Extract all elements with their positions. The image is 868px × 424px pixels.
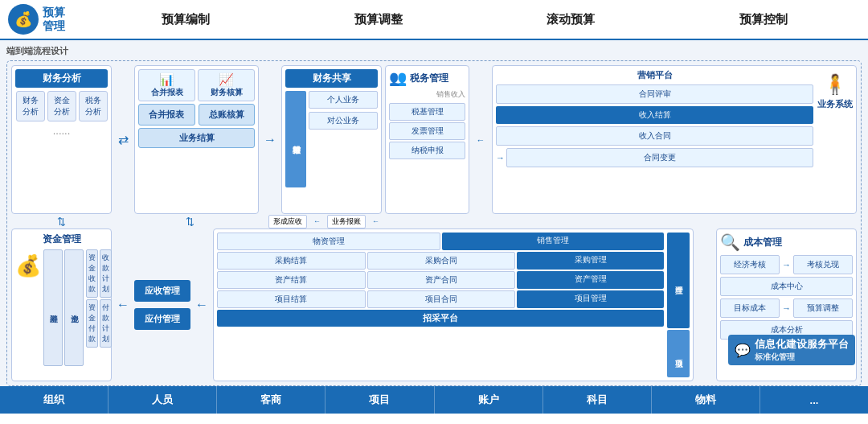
fund-receipt-plan: 收款计划	[100, 249, 112, 298]
fund-title: 资金管理	[15, 233, 108, 246]
fin-item-capital: 资金分析	[47, 91, 76, 121]
cost-row-3: 目标成本 → 预算调整	[720, 298, 853, 318]
mid-labels: 形成应收 ← 业务报账 ←	[268, 215, 857, 228]
upper-row: 财务分析 财务分析 资金分析 税务分析 ...... ⇄ 📊 合并	[11, 65, 857, 214]
purchase-contract: 采购合同	[367, 252, 516, 270]
merge-report-card: 📊 合并报表	[138, 69, 195, 101]
tax-items: 税基管理 发票管理 纳税申报	[389, 103, 465, 159]
tax-base-mgmt: 税基管理	[389, 103, 465, 121]
nav-item-budget-adjust[interactable]: 预算调整	[338, 12, 419, 27]
conn1: ⇅	[11, 216, 112, 228]
nav-item-budget-edit[interactable]: 预算编制	[145, 12, 226, 27]
logo-icon: 💰	[8, 4, 39, 35]
cost-row-1: 经济考核 → 考核兑现	[720, 255, 853, 274]
invoice-mgmt: 发票管理	[389, 122, 465, 140]
budget-adjust-cell: 预算调整	[793, 298, 853, 318]
logo: 💰 预算 管理	[8, 4, 65, 35]
right-upper-area: 营销平台 合同评审 收入结算 收入合同 → 合同变更	[492, 65, 857, 214]
info-platform-main: 信息化建设服务平台	[755, 337, 849, 352]
arrow-business-acc: ←	[313, 217, 321, 225]
marketing-platform-section: 营销平台 合同评审 收入结算 收入合同 → 合同变更	[496, 69, 813, 167]
main-content: 财务分析 财务分析 资金分析 税务分析 ...... ⇄ 📊 合并	[6, 60, 862, 394]
contract-change-row: → 合同变更	[496, 148, 813, 167]
purchase-settlement: 采购结算	[217, 252, 366, 270]
mid-operations-box: 物资管理 销售管理 采购结算 采购合同 采购管理 资产结算 资产合同 资产管理	[213, 228, 694, 381]
financial-sharing-box: 财务共享 财务稽核 个人业务 对公业务	[281, 65, 382, 214]
sharing-corporate: 对公业务	[309, 112, 378, 130]
fund-icon-section: 💰	[15, 249, 41, 366]
tax-title: 税务管理	[410, 72, 448, 85]
row-asset: 资产结算 资产合同 资产管理	[217, 271, 664, 289]
arrow-fin-merge: ⇄	[115, 65, 131, 214]
left-grid: 物资管理 销售管理 采购结算 采购合同 采购管理 资产结算 资产合同 资产管理	[217, 233, 664, 377]
sharing-title: 财务共享	[285, 69, 378, 88]
procurement-platform: 招采平台	[217, 310, 664, 327]
fund-col-financing: 筹融资	[43, 249, 63, 366]
sharing-left-bar: 财务稽核	[285, 91, 306, 187]
business-system-section: 🧍 业务系统	[817, 69, 853, 167]
sharing-items: 个人业务 对公业务	[309, 91, 378, 187]
asset-mgmt: 资产管理	[517, 271, 664, 289]
tax-management-box: 👥 税务管理 销售收入 税基管理 发票管理 纳税申报	[385, 65, 469, 214]
asset-contract: 资产合同	[367, 271, 516, 289]
arrow-midops-cost	[697, 228, 713, 381]
material-mgmt: 物资管理	[217, 233, 440, 250]
tax-icon: 👥	[389, 69, 407, 87]
merge-report-icon: 📊	[159, 72, 174, 87]
cost-grid: 经济考核 → 考核兑现 成本中心 目标成本 → 预算调整	[720, 255, 853, 340]
finance-calc-label: 财务核算	[211, 87, 243, 98]
fin-item-finance: 财务分析	[16, 91, 45, 121]
main-area: 端到端流程设计 财务分析 财务分析 资金分析 税务分析 ......	[0, 40, 868, 386]
production-mgmt-cell: 生产管理	[667, 233, 690, 328]
fund-inner: 💰 筹融资 资金池 资金收款	[15, 249, 108, 366]
tax-filing: 纳税申报	[389, 142, 465, 159]
arrow-contract: →	[496, 153, 505, 163]
nav-items: 预算编制 预算调整 滚动预算 预算控制	[89, 12, 860, 27]
section-label: 端到端流程设计	[6, 45, 862, 57]
business-result-btn[interactable]: 业务结算	[138, 128, 255, 148]
wechat-icon: 💬	[735, 343, 751, 358]
revenue-settlement-cell: 收入结算	[496, 106, 813, 124]
business-acc-label: 业务报账	[327, 215, 366, 228]
arrow-tax-right: ←	[473, 65, 489, 214]
contract-review-cell: 合同评审	[496, 84, 813, 104]
sale-income-label: 销售收入	[389, 89, 465, 100]
sharing-inner: 财务稽核 个人业务 对公业务	[285, 91, 378, 187]
info-platform-badge: 💬 信息化建设服务平台 标准化管理	[728, 335, 855, 365]
fund-payment: 资金付款	[86, 299, 98, 348]
cost-row-2: 成本中心	[720, 277, 853, 296]
fund-col-pool: 资金池	[64, 249, 84, 366]
arrow-arap-midops: ←	[194, 228, 210, 381]
info-platform-subtitle: 标准化管理	[755, 352, 849, 363]
income-contract-cell: 收入合同	[496, 126, 813, 146]
ar-ap-section: 应收管理 应付管理	[134, 228, 190, 381]
cost-header: 🔍 成本管理	[720, 233, 853, 252]
marketing-platform-label: 营销平台	[496, 69, 813, 81]
info-platform-text: 信息化建设服务平台 标准化管理	[755, 337, 849, 363]
production-col: 生产管理 项目立项	[667, 233, 690, 377]
cost-center-cell: 成本中心	[720, 277, 853, 296]
project-item-cell: 项目立项	[667, 330, 690, 377]
financial-analysis-box: 财务分析 财务分析 资金分析 税务分析 ......	[11, 65, 112, 214]
fund-money-icon: 💰	[15, 253, 41, 278]
fund-cols: 筹融资 资金池	[43, 249, 84, 366]
tax-header: 👥 税务管理	[389, 69, 465, 87]
fund-payment-plan: 付款计划	[100, 299, 112, 348]
nav-item-rolling-budget[interactable]: 滚动预算	[530, 12, 611, 27]
ar-management-btn[interactable]: 应收管理	[134, 280, 190, 302]
merge-finance-box: 📊 合并报表 📈 财务核算 合并报表 总账核算 业务结算	[134, 65, 259, 214]
finance-calc-card: 📈 财务核算	[198, 69, 255, 101]
conn2: ⇅	[128, 216, 252, 228]
fund-right-row2: 资金付款 付款计划	[86, 299, 112, 348]
fin-analysis-items: 财务分析 资金分析 税务分析	[15, 91, 108, 121]
general-ledger-btn[interactable]: 总账核算	[199, 104, 256, 126]
finance-calc-icon: 📈	[219, 72, 234, 87]
ap-management-btn[interactable]: 应付管理	[134, 308, 190, 330]
sales-mgmt: 销售管理	[442, 233, 664, 250]
nav-item-budget-control[interactable]: 预算控制	[723, 12, 804, 27]
fund-right-cols: 资金收款 收款计划 资金付款 付款计划	[86, 249, 112, 366]
down-arrow-2: ⇅	[186, 216, 194, 228]
merge-report-btn[interactable]: 合并报表	[138, 104, 195, 126]
top-navigation: 💰 预算 管理 预算编制 预算调整 滚动预算 预算控制	[0, 0, 868, 40]
fund-receipt: 资金收款	[86, 249, 98, 298]
